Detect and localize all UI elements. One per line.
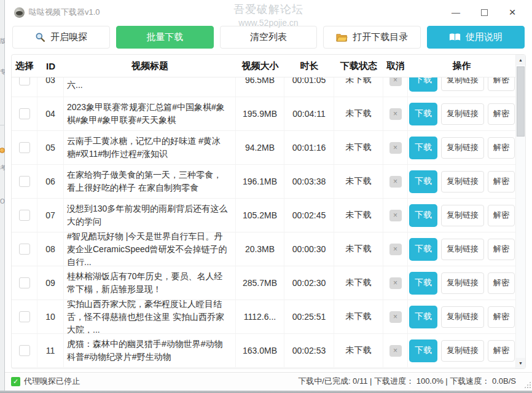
decrypt-button[interactable]: 解密 <box>488 272 515 294</box>
background-window-strip: 版 专 考 O <box>0 0 5 391</box>
row-checkbox[interactable] <box>19 210 30 221</box>
table-row: 07没想到130多年前发明的雨刷背后还有这么大的学问105.2MB00:02:4… <box>12 199 515 232</box>
copy-link-button[interactable]: 复制链接 <box>441 340 484 362</box>
download-button[interactable]: 下载 <box>409 238 437 261</box>
video-title: 在家给狗子做美食的第一天，三种零食，看上很好吃的样子 在家自制狗零食 <box>64 165 236 198</box>
row-checkbox[interactable] <box>19 311 30 322</box>
resize-grip[interactable] <box>524 381 531 388</box>
screen: 版 专 考 O 哒哒视频下载器v1.0 吾爱破解论坛 www.52pojie.c… <box>0 0 532 393</box>
cancel-button[interactable]: × <box>389 176 402 188</box>
copy-link-button[interactable]: 复制链接 <box>441 137 484 159</box>
copy-link-button[interactable]: 复制链接 <box>441 272 484 294</box>
open-download-dir-label: 打开下载目录 <box>353 31 408 43</box>
video-duration: 00:02:30 <box>284 266 334 300</box>
download-button[interactable]: 下载 <box>409 170 437 193</box>
clear-list-button[interactable]: 清空列表 <box>220 26 318 49</box>
copy-link-button[interactable]: 复制链接 <box>441 171 484 193</box>
col-header-duration: 时长 <box>284 55 334 77</box>
download-status: 未下载 <box>334 97 383 130</box>
maximize-button[interactable] <box>470 7 498 18</box>
col-header-title: 视频标题 <box>64 55 236 77</box>
window-controls: — × <box>442 0 526 25</box>
coin-icon <box>0 148 5 153</box>
row-checkbox[interactable] <box>19 142 30 153</box>
cancel-button[interactable]: × <box>389 345 402 357</box>
copy-link-button[interactable]: 复制链接 <box>441 306 484 328</box>
col-header-status: 下载状态 <box>334 55 383 77</box>
video-duration: 00:04:11 <box>284 97 334 130</box>
download-status: 未下载 <box>334 131 383 164</box>
scrollbar-thumb[interactable] <box>517 66 525 137</box>
row-id: 05 <box>37 131 64 164</box>
batch-download-button[interactable]: 批量下载 <box>116 26 214 49</box>
start-sniff-button[interactable]: 开启嗅探 <box>12 26 110 49</box>
video-size: 196.1MB <box>236 165 284 198</box>
row-checkbox[interactable] <box>19 277 30 288</box>
download-button[interactable]: 下载 <box>409 137 437 159</box>
open-download-dir-button[interactable]: 打开下载目录 <box>323 26 421 49</box>
scroll-up-button[interactable]: ▲ <box>516 55 525 65</box>
row-checkbox[interactable] <box>19 108 30 119</box>
download-button[interactable]: 下载 <box>409 272 437 295</box>
row-checkbox[interactable] <box>19 176 30 187</box>
video-size: 94.2MB <box>236 131 284 164</box>
decrypt-button[interactable]: 解密 <box>488 103 515 125</box>
copy-link-button[interactable]: 复制链接 <box>441 239 484 260</box>
decrypt-button[interactable]: 解密 <box>488 239 515 260</box>
row-checkbox[interactable] <box>19 77 30 85</box>
vertical-scrollbar[interactable]: ▲ ▼ <box>515 55 525 368</box>
video-duration: 00:00:30 <box>284 232 334 266</box>
video-title: #智见酷玩好物 |今天是世界自行车日。丹麦企业CeramicSpeed曾研发不会… <box>64 232 236 266</box>
help-button[interactable]: 使用说明 <box>427 26 525 49</box>
row-checkbox[interactable] <box>19 345 30 356</box>
download-button[interactable]: 下载 <box>409 77 437 92</box>
video-title: 卡》第六季 #甘孜的甘孜 #欢乐大林卡第六... <box>64 77 236 97</box>
video-size: 163.0MB <box>236 334 284 367</box>
cancel-button[interactable]: × <box>389 277 402 289</box>
decrypt-button[interactable]: 解密 <box>488 306 515 328</box>
decrypt-button[interactable]: 解密 <box>488 171 515 193</box>
minimize-button[interactable]: — <box>442 7 470 17</box>
cancel-button[interactable]: × <box>389 311 402 323</box>
copy-link-button[interactable]: 复制链接 <box>441 205 484 226</box>
window-bottom-edge <box>0 391 532 393</box>
proxy-status-checkbox[interactable]: ✓ <box>11 377 20 386</box>
download-button[interactable]: 下载 <box>409 103 437 125</box>
download-button[interactable]: 下载 <box>409 306 437 328</box>
decrypt-button[interactable]: 解密 <box>488 340 515 362</box>
scroll-down-button[interactable]: ▼ <box>516 358 525 368</box>
statusbar: ✓ 代理嗅探已停止 下载中/已完成: 0/11 | 下载进度： 100.0% |… <box>5 372 532 390</box>
video-size: 105.2MB <box>236 199 284 232</box>
watermark-line1: 吾爱破解论坛 <box>231 3 306 17</box>
table-row: 08#智见酷玩好物 |今天是世界自行车日。丹麦企业CeramicSpeed曾研发… <box>12 232 515 266</box>
cancel-button[interactable]: × <box>389 108 402 120</box>
video-title: 没想到130多年前发明的雨刷背后还有这么大的学问 <box>64 199 236 232</box>
folder-icon <box>336 33 348 42</box>
download-status: 未下载 <box>334 199 383 232</box>
background-divider <box>0 125 5 125</box>
app-icon <box>14 7 25 18</box>
video-duration: 00:02:45 <box>284 199 334 232</box>
cancel-button[interactable]: × <box>389 77 402 86</box>
cancel-button[interactable]: × <box>389 142 402 154</box>
decrypt-button[interactable]: 解密 <box>488 77 515 91</box>
download-button[interactable]: 下载 <box>409 339 437 362</box>
cancel-button[interactable]: × <box>389 244 402 255</box>
download-button[interactable]: 下载 <box>409 204 437 227</box>
decrypt-button[interactable]: 解密 <box>488 137 515 159</box>
col-header-id: ID <box>37 55 64 77</box>
table-body: 03卡》第六季 #甘孜的甘孜 #欢乐大林卡第六...96.5MB00:01:05… <box>12 77 515 368</box>
decrypt-button[interactable]: 解密 <box>488 205 515 226</box>
copy-link-button[interactable]: 复制链接 <box>441 103 484 125</box>
download-status: 未下载 <box>334 232 383 266</box>
video-table: 选择 ID 视频标题 视频大小 时长 下载状态 取消 操作 03卡》第六季 #甘… <box>11 54 526 369</box>
row-checkbox[interactable] <box>19 244 30 255</box>
book-icon <box>449 33 461 42</box>
video-size: 1112.6... <box>236 300 284 333</box>
cancel-button[interactable]: × <box>389 210 402 221</box>
row-id: 03 <box>37 77 64 97</box>
video-size: 96.5MB <box>236 77 284 97</box>
copy-link-button[interactable]: 复制链接 <box>441 77 484 91</box>
maximize-icon <box>481 9 488 16</box>
close-button[interactable]: × <box>498 6 526 19</box>
